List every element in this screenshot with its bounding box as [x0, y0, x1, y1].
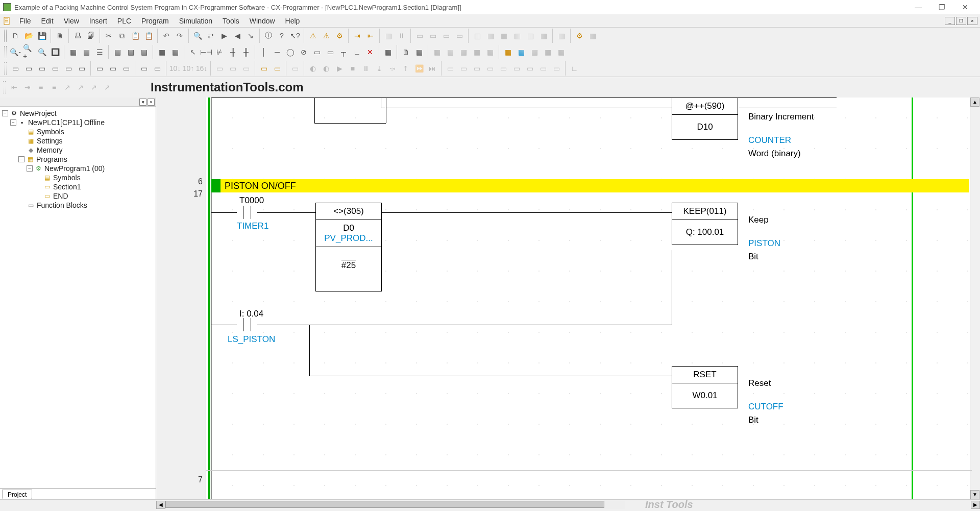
save-button[interactable]: 💾: [36, 30, 48, 42]
tree-section1[interactable]: ▭ Section1: [2, 182, 154, 191]
cut-button[interactable]: ✂: [103, 30, 115, 42]
menu-window[interactable]: Window: [244, 15, 280, 27]
expand-icon[interactable]: −: [10, 119, 16, 126]
pause-button[interactable]: ⏸: [396, 30, 408, 42]
compile-all-button[interactable]: ⚠: [320, 30, 332, 42]
expand-icon[interactable]: −: [2, 110, 8, 116]
tool-c[interactable]: ↗: [88, 81, 100, 93]
sim-b[interactable]: ▭: [271, 62, 283, 75]
scroll-thumb[interactable]: [165, 501, 604, 508]
wnd-b[interactable]: ▭: [22, 62, 35, 75]
tb2-e[interactable]: ▦: [484, 46, 496, 58]
tree-programs[interactable]: − ▦ Programs: [2, 155, 154, 164]
zoom-in-button[interactable]: 🔍+: [22, 46, 35, 58]
project-tree[interactable]: − ⚙ NewProject − ▪ NewPLC1[CP1L] Offline…: [0, 107, 156, 488]
sim-c[interactable]: ▭: [289, 62, 301, 75]
view-comments-button[interactable]: ☰: [93, 46, 106, 58]
play-a[interactable]: ◐: [307, 62, 319, 75]
tb2-j[interactable]: ▦: [555, 46, 567, 58]
tb1-d[interactable]: ▦: [511, 30, 523, 42]
hline-button[interactable]: ─: [271, 46, 283, 58]
step-d[interactable]: ▭: [213, 62, 226, 75]
menu-tools[interactable]: Tools: [217, 15, 244, 27]
tree-memory[interactable]: ◆ Memory: [2, 145, 154, 155]
sidebar-tab-project[interactable]: Project: [2, 490, 32, 499]
view-c[interactable]: ▤: [138, 46, 150, 58]
tb1-a[interactable]: ▦: [471, 30, 483, 42]
copy-button[interactable]: ⧉: [116, 30, 128, 42]
tree-settings[interactable]: ▦ Settings: [2, 136, 154, 145]
tb2-h[interactable]: ▦: [528, 46, 541, 58]
doc-a[interactable]: 🗎: [400, 46, 412, 58]
step-over-button[interactable]: ⤼: [386, 62, 399, 75]
scroll-down-button[interactable]: ▼: [970, 490, 979, 499]
step-f[interactable]: ▭: [240, 62, 252, 75]
context-help-button[interactable]: ↖?: [289, 30, 301, 42]
print-setup-button[interactable]: 🗐: [85, 30, 97, 42]
print-button[interactable]: 🖶: [71, 30, 84, 42]
keep-block[interactable]: KEEP(011) Q: 100.01: [672, 203, 738, 245]
online-button[interactable]: ⚙: [333, 30, 346, 42]
vline-button[interactable]: │: [258, 46, 270, 58]
tree-plc[interactable]: − ▪ NewPLC1[CP1L] Offline: [2, 118, 154, 127]
scroll-up-button[interactable]: ▲: [970, 98, 979, 107]
tb2-g[interactable]: ▦: [515, 46, 527, 58]
tool-b[interactable]: ↗: [75, 81, 87, 93]
contact-or-button[interactable]: ╫: [227, 46, 239, 58]
zoom-fit-button[interactable]: 🔍: [36, 46, 48, 58]
view-e[interactable]: ▦: [169, 46, 181, 58]
tb2-a[interactable]: ▦: [431, 46, 443, 58]
monitor-button[interactable]: ▦: [382, 30, 395, 42]
tb3-b[interactable]: ▭: [457, 62, 470, 75]
vertical-scrollbar[interactable]: ▲ ▼: [970, 98, 980, 499]
branch-button[interactable]: ┬: [337, 46, 350, 58]
replace-button[interactable]: ⇄: [205, 30, 217, 42]
wnd-j[interactable]: ▭: [138, 62, 150, 75]
view-grid-button[interactable]: ▦: [67, 46, 79, 58]
tb1-c[interactable]: ▦: [498, 30, 510, 42]
zoom-reset-button[interactable]: 🔲: [49, 46, 61, 58]
wnd-a[interactable]: ▭: [9, 62, 21, 75]
wnd-k[interactable]: ▭: [151, 62, 163, 75]
monitor-mode-button[interactable]: ▭: [427, 30, 439, 42]
tree-end[interactable]: ▭ END: [2, 191, 154, 201]
menu-view[interactable]: View: [59, 15, 84, 27]
step-out-button[interactable]: ⤒: [400, 62, 412, 75]
paste-special-button[interactable]: 📋: [142, 30, 155, 42]
menu-program[interactable]: Program: [136, 15, 174, 27]
view-b[interactable]: ▤: [125, 46, 137, 58]
mdi-restore[interactable]: ❐: [956, 17, 966, 25]
pause-button-2[interactable]: ⏸: [360, 62, 372, 75]
tool-a[interactable]: ↗: [61, 81, 74, 93]
tb1-h[interactable]: ⚙: [573, 30, 585, 42]
scroll-track[interactable]: [165, 501, 625, 509]
tb3-e[interactable]: ▭: [497, 62, 509, 75]
program-mode-button[interactable]: ▭: [453, 30, 465, 42]
compile-button[interactable]: ⚠: [307, 30, 319, 42]
tb3-f[interactable]: ▭: [510, 62, 523, 75]
contact-nc-button[interactable]: ⊬: [213, 46, 226, 58]
sidebar-close[interactable]: ×: [148, 99, 155, 106]
debug-mode-button[interactable]: ▭: [440, 30, 452, 42]
delete-line-button[interactable]: ✕: [364, 46, 376, 58]
view-d[interactable]: ▦: [156, 46, 168, 58]
wnd-i[interactable]: ▭: [120, 62, 132, 75]
redo-button[interactable]: ↷: [174, 30, 186, 42]
tb3-d[interactable]: ▭: [484, 62, 496, 75]
help-button[interactable]: ?: [276, 30, 288, 42]
tb1-f[interactable]: ▦: [537, 30, 550, 42]
tb2-i[interactable]: ▦: [542, 46, 554, 58]
tb2-f[interactable]: ▦: [502, 46, 514, 58]
about-button[interactable]: ⓘ: [262, 30, 275, 42]
view-a[interactable]: ▤: [111, 46, 124, 58]
align-b[interactable]: ≡: [48, 81, 60, 93]
new-button[interactable]: 🗋: [9, 30, 21, 42]
find-prev-button[interactable]: ◀: [231, 30, 243, 42]
find-next-button[interactable]: ▶: [218, 30, 230, 42]
indent-right[interactable]: ⇥: [21, 81, 34, 93]
step-into-button[interactable]: ⤓: [373, 62, 385, 75]
tb1-g[interactable]: ▦: [555, 30, 568, 42]
coil-button[interactable]: ◯: [284, 46, 297, 58]
zoom-out-button[interactable]: 🔍-: [9, 46, 21, 58]
minimize-button[interactable]: —: [906, 0, 930, 14]
